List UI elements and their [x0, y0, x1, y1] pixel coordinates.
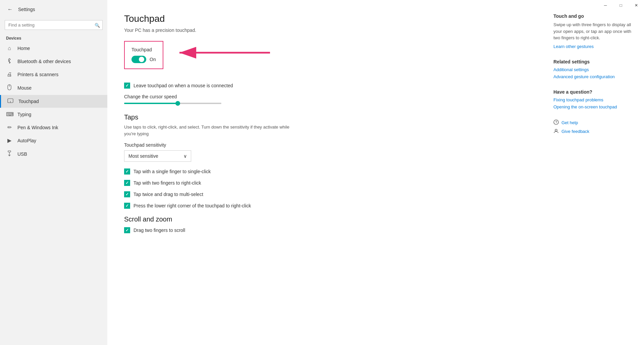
opening-onscreen-link[interactable]: Opening the on-screen touchpad	[553, 104, 634, 109]
touchpad-icon	[7, 98, 14, 104]
tap-single-label: Tap with a single finger to single-click	[133, 169, 211, 174]
sidebar-item-label: Touchpad	[18, 99, 39, 104]
sensitivity-dropdown[interactable]: Most sensitive ∨	[124, 150, 191, 162]
search-box: 🔍	[5, 20, 103, 30]
get-help-row: ? Get help	[553, 119, 634, 126]
sidebar-item-label: AutoPlay	[17, 138, 36, 143]
tap-two-label: Tap with two fingers to right-click	[133, 180, 201, 186]
sidebar-item-touchpad[interactable]: Touchpad	[0, 95, 107, 108]
tap-single-checkbox[interactable]	[124, 168, 130, 175]
sidebar-item-autoplay[interactable]: ▶ AutoPlay	[0, 134, 107, 147]
fixing-touchpad-link[interactable]: Fixing touchpad problems	[553, 97, 634, 102]
home-icon: ⌂	[6, 45, 13, 51]
related-settings-title: Related settings	[553, 59, 634, 64]
sidebar-section-label: Devices	[0, 33, 107, 42]
cursor-speed-slider[interactable]	[124, 103, 221, 104]
related-settings-section: Related settings Additional settings Adv…	[553, 59, 634, 79]
page-title: Touchpad	[124, 13, 527, 24]
window-controls: ─ □ ✕	[598, 0, 644, 11]
printer-icon: 🖨	[6, 71, 13, 78]
sidebar-item-printers[interactable]: 🖨 Printers & scanners	[0, 68, 107, 81]
tap-two-checkbox[interactable]	[124, 180, 130, 186]
tap-twice-row: Tap twice and drag to multi-select	[124, 191, 527, 197]
search-icon: 🔍	[95, 22, 100, 28]
tap-corner-checkbox[interactable]	[124, 203, 130, 209]
minimize-button[interactable]: ─	[598, 0, 613, 11]
taps-heading: Taps	[124, 113, 527, 121]
page-subtitle: Your PC has a precision touchpad.	[124, 28, 527, 33]
svg-rect-4	[8, 151, 11, 152]
tap-twice-checkbox[interactable]	[124, 191, 130, 197]
pen-icon: ✏	[6, 124, 13, 131]
get-help-link[interactable]: Get help	[561, 120, 578, 125]
tap-single-row: Tap with a single finger to single-click	[124, 168, 527, 175]
leave-touchpad-label: Leave touchpad on when a mouse is connec…	[133, 83, 233, 88]
sidebar-item-typing[interactable]: ⌨ Typing	[0, 108, 107, 121]
sidebar: ← Settings 🔍 Devices ⌂ Home Bluetooth & …	[0, 0, 107, 345]
touchpad-toggle-box: Touchpad On	[124, 41, 163, 69]
maximize-button[interactable]: □	[613, 0, 629, 11]
touch-go-desc: Swipe up with three fingers to display a…	[553, 21, 634, 41]
mouse-icon	[6, 84, 13, 92]
search-input[interactable]	[5, 20, 103, 30]
keyboard-icon: ⌨	[6, 111, 13, 117]
slider-thumb	[175, 101, 180, 106]
right-panel: Touch and go Swipe up with three fingers…	[543, 0, 644, 345]
touch-go-section: Touch and go Swipe up with three fingers…	[553, 13, 634, 49]
sensitivity-value: Most sensitive	[128, 153, 158, 159]
give-feedback-link[interactable]: Give feedback	[561, 129, 589, 134]
have-question-title: Have a question?	[553, 89, 634, 95]
bluetooth-icon	[6, 58, 13, 65]
tap-corner-label: Press the lower right corner of the touc…	[133, 203, 251, 208]
help-section: ? Get help Give feedback	[553, 119, 634, 135]
leave-touchpad-checkbox[interactable]	[124, 83, 130, 89]
taps-desc: Use taps to click, right-click, and sele…	[124, 124, 292, 137]
have-question-section: Have a question? Fixing touchpad problem…	[553, 89, 634, 109]
sidebar-item-label: Typing	[17, 112, 31, 117]
slider-fill	[124, 103, 178, 104]
arrow-annotation	[176, 44, 277, 64]
sidebar-item-label: Pen & Windows Ink	[17, 125, 58, 130]
sidebar-item-label: USB	[17, 151, 27, 157]
sidebar-item-label: Home	[17, 46, 30, 51]
touchpad-toggle-label: Touchpad	[131, 47, 156, 52]
leave-touchpad-row: Leave touchpad on when a mouse is connec…	[124, 83, 527, 89]
sidebar-header: ← Settings	[0, 0, 107, 19]
svg-text:?: ?	[555, 120, 557, 124]
sidebar-item-bluetooth[interactable]: Bluetooth & other devices	[0, 55, 107, 68]
drag-scroll-label: Drag two fingers to scroll	[133, 228, 185, 233]
sensitivity-row: Touchpad sensitivity Most sensitive ∨	[124, 142, 527, 162]
usb-icon	[6, 150, 13, 158]
drag-scroll-row: Drag two fingers to scroll	[124, 227, 527, 233]
sidebar-item-usb[interactable]: USB	[0, 147, 107, 161]
sidebar-item-label: Mouse	[17, 85, 32, 91]
learn-gestures-link[interactable]: Learn other gestures	[553, 44, 634, 49]
drag-scroll-checkbox[interactable]	[124, 227, 130, 233]
sidebar-item-home[interactable]: ⌂ Home	[0, 42, 107, 55]
sidebar-app-title: Settings	[18, 7, 35, 12]
give-feedback-icon	[553, 128, 559, 135]
additional-settings-link[interactable]: Additional settings	[553, 67, 634, 72]
get-help-icon: ?	[553, 119, 559, 126]
advanced-gesture-link[interactable]: Advanced gesture configuration	[553, 74, 634, 79]
toggle-state-text: On	[150, 57, 156, 62]
svg-point-12	[555, 129, 557, 131]
back-button[interactable]: ←	[5, 5, 15, 14]
scroll-zoom-heading: Scroll and zoom	[124, 215, 527, 223]
give-feedback-row: Give feedback	[553, 128, 634, 135]
chevron-down-icon: ∨	[183, 153, 187, 159]
touch-go-title: Touch and go	[553, 13, 634, 19]
main-content: Touchpad Your PC has a precision touchpa…	[107, 0, 543, 345]
touchpad-toggle-switch[interactable]	[131, 56, 146, 63]
sidebar-item-label: Printers & scanners	[17, 72, 58, 77]
autoplay-icon: ▶	[6, 137, 13, 144]
tap-twice-label: Tap twice and drag to multi-select	[133, 192, 203, 197]
sidebar-item-pen[interactable]: ✏ Pen & Windows Ink	[0, 121, 107, 134]
tap-two-row: Tap with two fingers to right-click	[124, 180, 527, 186]
sensitivity-label: Touchpad sensitivity	[124, 142, 527, 148]
close-button[interactable]: ✕	[629, 0, 644, 11]
toggle-row: On	[131, 56, 156, 63]
sidebar-item-mouse[interactable]: Mouse	[0, 81, 107, 95]
cursor-speed-label: Change the cursor speed	[124, 94, 527, 99]
tap-corner-row: Press the lower right corner of the touc…	[124, 203, 527, 209]
